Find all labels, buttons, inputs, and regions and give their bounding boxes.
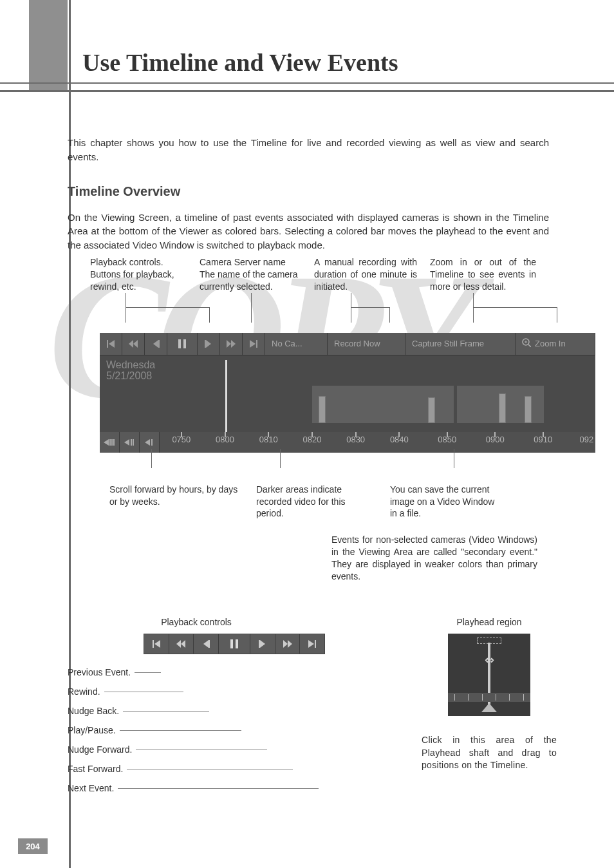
nudge-back-button-2[interactable] xyxy=(194,634,219,654)
record-now-button[interactable]: Record Now xyxy=(328,333,405,355)
svg-rect-40 xyxy=(315,640,316,648)
svg-marker-10 xyxy=(227,340,231,348)
callout-zoom: Zoom in or out of the Timeline to see ev… xyxy=(430,256,536,293)
title-underline xyxy=(0,82,614,84)
page-title: Use Timeline and View Events xyxy=(82,48,398,77)
label-fast-fwd: Fast Forward. xyxy=(68,764,123,774)
svg-rect-26 xyxy=(151,439,153,446)
playhead-region-graphic[interactable]: ⇔ xyxy=(448,634,530,716)
label-nudge-fwd: Nudge Forward. xyxy=(68,744,132,755)
callouts-bottom: Scroll forward by hours, by days or by w… xyxy=(109,484,595,520)
svg-marker-30 xyxy=(181,640,185,648)
svg-marker-22 xyxy=(124,439,129,446)
svg-rect-28 xyxy=(153,640,154,648)
secondary-event-note: Events for non-selected cameras (Video W… xyxy=(331,534,537,583)
timeline-playhead[interactable] xyxy=(225,360,227,435)
playback-controls-strip xyxy=(144,634,325,654)
play-pause-button[interactable] xyxy=(167,333,198,355)
fast-forward-button[interactable] xyxy=(220,333,243,355)
playback-label-list: Previous Event. Rewind. Nudge Back. Play… xyxy=(68,667,331,793)
label-prev-event: Previous Event. xyxy=(68,667,131,677)
section-heading: Timeline Overview xyxy=(68,182,549,201)
svg-marker-27 xyxy=(154,640,160,648)
capture-still-button[interactable]: Capture Still Frame xyxy=(405,333,516,355)
svg-marker-39 xyxy=(308,640,314,648)
nudge-forward-button[interactable] xyxy=(198,333,220,355)
svg-marker-3 xyxy=(133,340,138,348)
body-text: This chapter shows you how to use the Ti… xyxy=(68,126,549,262)
rewind-button-2[interactable] xyxy=(169,634,194,654)
document-page: COPY Use Timeline and View Events This c… xyxy=(0,0,614,868)
intro-paragraph: This chapter shows you how to use the Ti… xyxy=(68,136,549,164)
callout-playback-controls: Playback controls. Buttons for playback,… xyxy=(90,256,193,293)
next-event-button[interactable] xyxy=(243,333,265,355)
svg-marker-31 xyxy=(203,640,209,648)
playhead-region-title: Playhead region xyxy=(422,617,557,627)
page-number: 204 xyxy=(18,838,48,854)
label-rewind: Rewind. xyxy=(68,686,100,697)
svg-marker-38 xyxy=(288,640,292,648)
svg-marker-2 xyxy=(129,340,133,348)
fast-forward-button-2[interactable] xyxy=(275,634,301,654)
svg-marker-36 xyxy=(260,640,265,648)
timeline-date: Wednesda 5/21/2008 xyxy=(100,355,595,386)
callout-scroll: Scroll forward by hours, by days or by w… xyxy=(109,484,256,520)
timeline-figure: Playback controls. Buttons for playback,… xyxy=(68,256,595,583)
svg-marker-0 xyxy=(109,340,115,348)
svg-rect-13 xyxy=(256,340,257,348)
zoom-in-button[interactable]: Zoom In xyxy=(516,333,595,355)
svg-marker-9 xyxy=(206,340,211,348)
svg-rect-34 xyxy=(236,639,238,648)
label-nudge-back: Nudge Back. xyxy=(68,706,119,716)
label-play-pause: Play/Pause. xyxy=(68,725,116,735)
nudge-back-button[interactable] xyxy=(145,333,167,355)
svg-marker-12 xyxy=(250,340,256,348)
svg-line-15 xyxy=(528,344,531,347)
prev-event-button-2[interactable] xyxy=(144,634,169,654)
svg-rect-6 xyxy=(178,339,181,348)
svg-rect-35 xyxy=(259,640,260,648)
prev-event-button[interactable] xyxy=(100,333,122,355)
timeline-full-date: 5/21/2008 xyxy=(106,370,589,382)
svg-rect-23 xyxy=(131,439,132,446)
svg-marker-25 xyxy=(145,439,150,446)
svg-rect-7 xyxy=(183,339,186,348)
section-body: On the Viewing Screen, a timeline of pas… xyxy=(68,211,549,252)
svg-rect-21 xyxy=(113,439,115,446)
callout-save-image: You can save the current image on a Vide… xyxy=(390,484,517,520)
play-pause-button-2[interactable] xyxy=(219,634,251,654)
svg-rect-24 xyxy=(133,439,134,446)
svg-rect-1 xyxy=(107,340,108,348)
rewind-button[interactable] xyxy=(122,333,145,355)
chapter-tab xyxy=(29,0,68,90)
timeline-track[interactable] xyxy=(100,386,595,432)
svg-rect-5 xyxy=(158,340,160,348)
svg-rect-33 xyxy=(230,639,233,648)
svg-marker-4 xyxy=(153,340,158,348)
svg-rect-8 xyxy=(205,340,206,348)
svg-marker-18 xyxy=(104,439,109,446)
zoom-in-icon xyxy=(522,338,531,349)
zoom-in-label: Zoom In xyxy=(535,339,566,348)
nudge-forward-button-2[interactable] xyxy=(250,634,275,654)
header-rule xyxy=(0,90,614,92)
timeline-weekday: Wednesda xyxy=(106,359,589,371)
lower-section: Playback controls xyxy=(68,617,557,793)
svg-rect-20 xyxy=(111,439,113,446)
svg-marker-37 xyxy=(283,640,288,648)
svg-marker-11 xyxy=(231,340,236,348)
playback-controls-title: Playback controls xyxy=(138,617,254,627)
next-event-button-2[interactable] xyxy=(300,634,324,654)
callout-record-now: A manual recording with duration of one … xyxy=(314,256,417,293)
svg-marker-29 xyxy=(176,640,181,648)
drag-arrow-icon: ⇔ xyxy=(485,653,494,667)
timeline-screenshot: No Ca... Record Now Capture Still Frame … xyxy=(100,333,595,449)
playhead-caption: Click in this area of the Playhead shaft… xyxy=(422,734,557,772)
svg-rect-32 xyxy=(209,640,210,648)
callout-darker-areas: Darker areas indicate recorded video for… xyxy=(256,484,390,520)
callout-camera-name: Camera Server name The name of the camer… xyxy=(200,256,302,293)
camera-name-label: No Ca... xyxy=(265,333,328,355)
label-next-event: Next Event. xyxy=(68,783,114,793)
svg-rect-19 xyxy=(109,439,111,446)
